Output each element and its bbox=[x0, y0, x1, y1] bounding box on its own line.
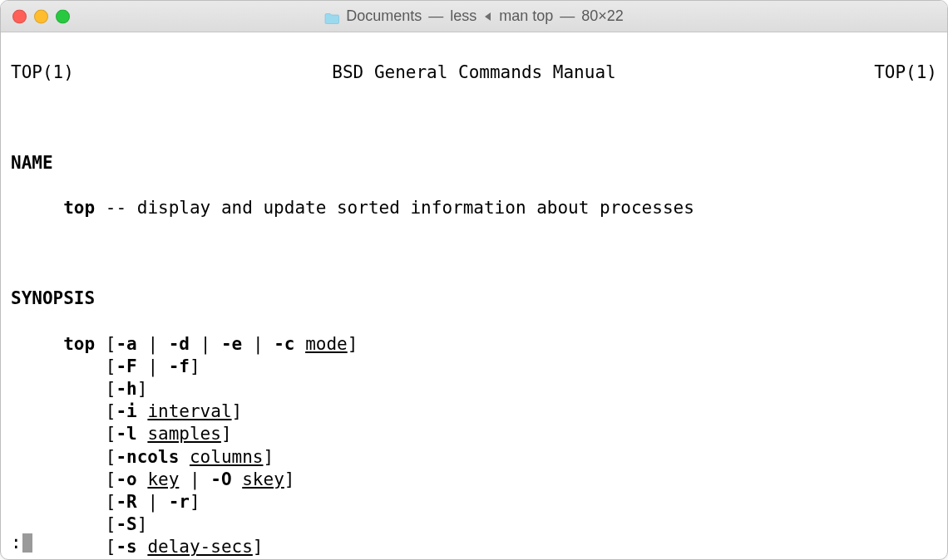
synopsis-flag: -f bbox=[169, 356, 190, 376]
title-proc: less bbox=[450, 7, 476, 25]
synopsis-text: ] bbox=[348, 334, 358, 354]
synopsis-flag: -R bbox=[116, 492, 136, 512]
title-cmd: man top bbox=[499, 7, 553, 25]
folder-icon bbox=[324, 11, 339, 22]
traffic-lights bbox=[12, 9, 70, 23]
synopsis-text bbox=[137, 537, 148, 557]
synopsis-text: | bbox=[242, 334, 274, 354]
synopsis-text: [ bbox=[106, 537, 116, 557]
synopsis-flag: -ncols bbox=[116, 447, 179, 467]
synopsis-line: [-i interval] bbox=[11, 400, 937, 423]
synopsis-text: [ bbox=[106, 379, 116, 399]
synopsis-text: [ bbox=[106, 334, 116, 354]
synopsis-text: ] bbox=[253, 537, 264, 557]
synopsis-arg: mode bbox=[305, 334, 348, 354]
synopsis-text bbox=[232, 469, 243, 489]
synopsis-text: ] bbox=[232, 401, 243, 421]
synopsis-text: ] bbox=[284, 469, 295, 489]
man-header: TOP(1)BSD General Commands ManualTOP(1) bbox=[11, 61, 937, 84]
synopsis-line: [-S] bbox=[11, 513, 937, 536]
synopsis-text: [ bbox=[106, 401, 116, 421]
synopsis-text bbox=[294, 334, 305, 354]
synopsis-flag: -h bbox=[116, 379, 136, 399]
man-header-left: TOP(1) bbox=[11, 61, 74, 84]
synopsis-text bbox=[137, 424, 148, 444]
synopsis-text: [ bbox=[106, 469, 116, 489]
synopsis-text: ] bbox=[190, 492, 200, 512]
synopsis-flag: -l bbox=[116, 424, 136, 444]
synopsis-flag: -F bbox=[116, 356, 136, 376]
synopsis-text: | bbox=[190, 334, 221, 354]
synopsis-flag: -r bbox=[169, 492, 190, 512]
title-folder: Documents bbox=[346, 7, 422, 25]
synopsis-flag: -i bbox=[116, 401, 136, 421]
synopsis-text: ] bbox=[137, 379, 148, 399]
synopsis-arg: delay-secs bbox=[147, 537, 252, 557]
man-header-center: BSD General Commands Manual bbox=[332, 61, 615, 84]
titlebar[interactable]: Documents — less man top — 80×22 bbox=[1, 1, 947, 32]
synopsis-text: | bbox=[137, 334, 169, 354]
synopsis-line: [-o key | -O skey] bbox=[11, 469, 937, 491]
synopsis-flag: -d bbox=[169, 334, 190, 354]
blank-line bbox=[11, 107, 937, 130]
synopsis-text: [ bbox=[106, 356, 116, 376]
synopsis-line: [-F | -f] bbox=[11, 356, 937, 378]
synopsis-text bbox=[179, 447, 190, 467]
terminal-content[interactable]: TOP(1)BSD General Commands ManualTOP(1) … bbox=[1, 32, 947, 559]
synopsis-cmd: top bbox=[63, 334, 95, 354]
pager-prompt[interactable]: : bbox=[11, 532, 32, 554]
terminal-window: Documents — less man top — 80×22 TOP(1)B… bbox=[0, 0, 948, 560]
synopsis-line: [-R | -r] bbox=[11, 491, 937, 513]
synopsis-line: [-l samples] bbox=[11, 423, 937, 445]
synopsis-arg: skey bbox=[242, 469, 284, 489]
title-sep: — bbox=[428, 7, 443, 25]
zoom-icon[interactable] bbox=[56, 9, 70, 23]
synopsis-text: [ bbox=[106, 424, 116, 444]
synopsis-flag: -e bbox=[221, 334, 242, 354]
minimize-icon[interactable] bbox=[34, 9, 48, 23]
synopsis-line: [-h] bbox=[11, 378, 937, 400]
name-line: top -- display and update sorted informa… bbox=[11, 197, 937, 219]
man-header-right: TOP(1) bbox=[874, 61, 937, 84]
section-name-header: NAME bbox=[11, 152, 937, 174]
synopsis-text: [ bbox=[106, 514, 116, 534]
synopsis-text: | bbox=[137, 356, 169, 376]
synopsis-text: ] bbox=[221, 424, 232, 444]
synopsis-flag: -O bbox=[210, 469, 231, 489]
synopsis-text: ] bbox=[190, 356, 200, 376]
synopsis-flag: -a bbox=[116, 334, 136, 354]
window-title: Documents — less man top — 80×22 bbox=[11, 7, 937, 25]
synopsis-arg: interval bbox=[147, 401, 231, 421]
synopsis-flag: -c bbox=[274, 334, 294, 354]
synopsis-line: top [-a | -d | -e | -c mode] bbox=[11, 333, 937, 356]
blank-line bbox=[11, 243, 937, 265]
synopsis-line: [-s delay-secs] bbox=[11, 536, 937, 558]
synopsis-arg: key bbox=[147, 469, 179, 489]
synopsis-text: ] bbox=[263, 447, 274, 467]
synopsis-text bbox=[137, 401, 148, 421]
close-icon[interactable] bbox=[12, 9, 27, 23]
synopsis-text: | bbox=[179, 469, 210, 489]
synopsis-line: [-ncols columns] bbox=[11, 446, 937, 469]
cursor-icon bbox=[22, 533, 33, 553]
synopsis-text: ] bbox=[137, 514, 148, 534]
synopsis-text: | bbox=[137, 492, 169, 512]
synopsis-text bbox=[137, 469, 148, 489]
synopsis-flag: -s bbox=[116, 537, 136, 557]
synopsis-text: [ bbox=[106, 447, 116, 467]
synopsis-flag: -o bbox=[116, 469, 136, 489]
synopsis-arg: columns bbox=[190, 447, 264, 467]
section-synopsis-header: SYNOPSIS bbox=[11, 287, 937, 310]
triangle-left-icon bbox=[485, 12, 491, 21]
title-size: 80×22 bbox=[581, 7, 624, 25]
synopsis-arg: samples bbox=[147, 424, 221, 444]
title-sep2: — bbox=[560, 7, 575, 25]
synopsis-flag: -S bbox=[116, 514, 136, 534]
synopsis-text: [ bbox=[106, 492, 116, 512]
